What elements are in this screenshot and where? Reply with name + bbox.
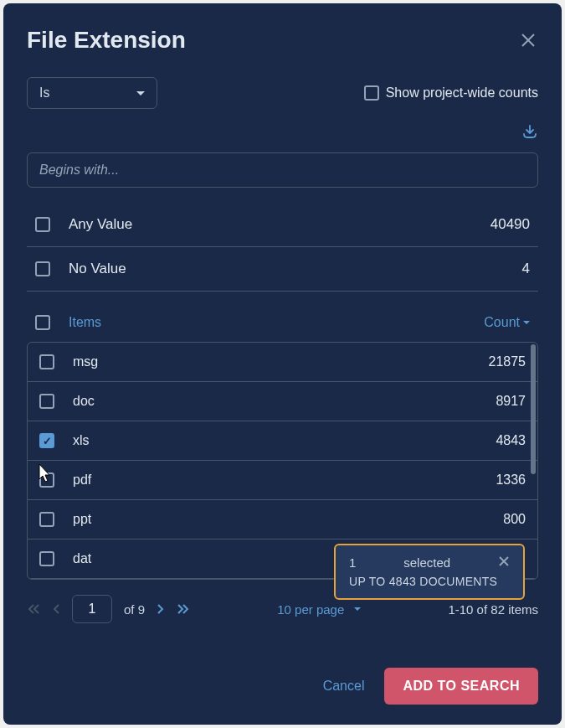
- next-page-icon[interactable]: [157, 603, 165, 615]
- items-range: 1-10 of 82 items: [448, 602, 538, 617]
- last-page-icon[interactable]: [177, 603, 190, 615]
- any-value-count: 40490: [491, 216, 530, 233]
- download-icon[interactable]: [521, 124, 538, 142]
- show-counts-checkbox[interactable]: [364, 85, 379, 101]
- page-input[interactable]: [72, 595, 112, 623]
- no-value-checkbox[interactable]: [35, 261, 50, 276]
- download-row: [27, 124, 538, 142]
- list-item[interactable]: pdf 1336: [28, 461, 537, 500]
- prev-page-icon[interactable]: [52, 603, 60, 615]
- any-value-row[interactable]: Any Value 40490: [27, 203, 538, 247]
- show-counts-toggle[interactable]: Show project-wide counts: [364, 85, 538, 101]
- item-count: 4843: [496, 433, 526, 448]
- controls-row: Is Show project-wide counts: [27, 77, 538, 109]
- item-checkbox[interactable]: [39, 512, 54, 527]
- dialog-title: File Extension: [27, 27, 186, 54]
- item-label: ppt: [73, 512, 485, 527]
- item-count: 1336: [496, 472, 526, 488]
- toast-count: 1: [349, 555, 356, 570]
- sort-desc-icon: [523, 321, 530, 324]
- any-value-label: Any Value: [69, 216, 472, 233]
- search-input[interactable]: [27, 152, 538, 188]
- no-value-count: 4: [522, 261, 530, 277]
- list-item[interactable]: doc 8917: [28, 382, 537, 421]
- item-checkbox[interactable]: [39, 394, 54, 409]
- toast-documents-line: UP TO 4843 DOCUMENTS: [349, 575, 510, 588]
- any-value-checkbox[interactable]: [35, 217, 50, 232]
- cancel-button[interactable]: Cancel: [323, 679, 365, 694]
- no-value-row[interactable]: No Value 4: [27, 247, 538, 292]
- chevron-down-icon: [354, 607, 361, 611]
- item-count: 8917: [496, 394, 526, 409]
- toast-selected-label: selected: [403, 555, 450, 570]
- item-count: 21875: [489, 354, 526, 369]
- page-of-label: of 9: [124, 602, 145, 617]
- item-label: msg: [73, 354, 470, 369]
- item-checkbox[interactable]: [39, 433, 54, 448]
- close-icon[interactable]: [518, 30, 538, 50]
- no-value-label: No Value: [69, 261, 504, 277]
- add-to-search-button[interactable]: ADD TO SEARCH: [384, 668, 538, 705]
- dialog-header: File Extension: [27, 27, 538, 54]
- item-count: 800: [503, 512, 526, 527]
- list-item[interactable]: msg 21875: [28, 343, 537, 382]
- item-checkbox[interactable]: [39, 472, 54, 488]
- items-header: Items Count: [27, 307, 538, 342]
- show-counts-label: Show project-wide counts: [386, 85, 538, 101]
- item-label: doc: [73, 394, 477, 409]
- list-item[interactable]: xls 4843: [28, 421, 537, 461]
- first-page-icon[interactable]: [27, 603, 40, 615]
- item-checkbox[interactable]: [39, 551, 54, 566]
- chevron-down-icon: [136, 91, 145, 96]
- items-header-label: Items: [69, 315, 465, 330]
- per-page-dropdown[interactable]: 10 per page: [277, 602, 361, 617]
- list-item[interactable]: ppt 800: [28, 500, 537, 540]
- page-nav: of 9: [27, 595, 190, 623]
- selection-toast: 1 selected UP TO 4843 DOCUMENTS: [334, 544, 525, 600]
- operator-dropdown[interactable]: Is: [27, 77, 157, 109]
- item-checkbox[interactable]: [39, 354, 54, 369]
- file-extension-dialog: File Extension Is Show project-wide coun…: [3, 3, 562, 725]
- toast-close-icon[interactable]: [498, 555, 510, 570]
- item-label: pdf: [73, 472, 477, 488]
- dialog-footer: Cancel ADD TO SEARCH: [27, 643, 538, 705]
- scrollbar-thumb[interactable]: [531, 344, 536, 474]
- count-sort-header[interactable]: Count: [484, 315, 530, 330]
- select-all-checkbox[interactable]: [35, 315, 50, 330]
- item-label: xls: [73, 433, 477, 448]
- operator-value: Is: [39, 85, 49, 101]
